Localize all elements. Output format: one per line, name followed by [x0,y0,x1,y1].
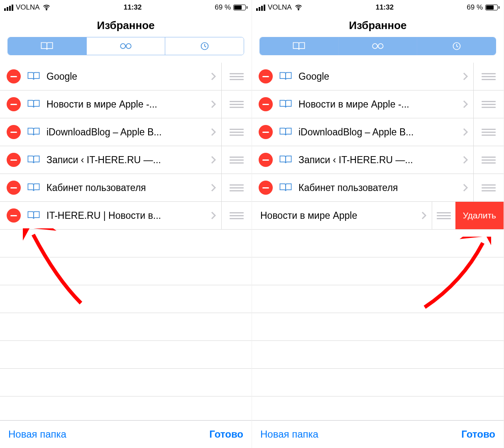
empty-row [0,341,252,369]
delete-minus-button[interactable] [7,69,21,83]
tab-history[interactable] [165,37,244,55]
bottom-toolbar: Новая папка Готово [252,420,504,448]
tab-reading-list[interactable] [338,37,417,55]
delete-minus-button[interactable] [7,153,21,167]
list-item-label: Новости в мире Apple [260,210,418,221]
list-item[interactable]: iDownloadBlog – Apple B... [252,118,504,146]
list-item[interactable]: Google [0,63,252,91]
page-header: Избранное [252,15,504,37]
svg-point-5 [372,44,377,49]
delete-minus-button[interactable] [259,153,273,167]
bookmark-icon [27,181,41,194]
list-item-label: Записи ‹ IT-HERE.RU —... [298,154,459,166]
delete-action-button[interactable]: Удалить [455,202,504,229]
wifi-icon [42,3,51,12]
empty-row [0,369,252,397]
status-bar: VOLNA 11:32 69 % [0,0,252,15]
bookmark-icon [27,70,41,83]
chevron-right-icon [418,211,430,220]
delete-minus-button[interactable] [7,208,21,223]
done-button[interactable]: Готово [461,428,495,440]
bookmark-list: Google Новости в мире Apple -... iDownlo… [252,63,504,420]
svg-point-0 [46,9,47,10]
tab-history[interactable] [417,37,496,55]
page-title: Избранное [252,19,504,32]
empty-row [0,230,252,257]
screen-left: VOLNA 11:32 69 % Избранное [0,0,252,448]
drag-handle[interactable] [432,212,455,219]
list-item[interactable]: Google [252,63,504,91]
drag-handle[interactable] [474,129,504,136]
delete-minus-button[interactable] [7,181,21,195]
chevron-right-icon [207,72,220,81]
list-item-label: Кабинет пользователя [46,182,207,193]
chevron-right-icon [459,72,472,81]
chevron-right-icon [459,183,472,192]
chevron-right-icon [459,127,472,137]
list-item[interactable]: Записи ‹ IT-HERE.RU —... [252,146,504,174]
segmented-tabs [7,37,244,55]
drag-handle[interactable] [474,157,504,164]
list-item[interactable]: Кабинет пользователя [252,174,504,202]
page-title: Избранное [0,19,252,32]
drag-handle[interactable] [474,101,504,108]
delete-minus-button[interactable] [7,125,21,139]
chevron-right-icon [207,100,220,109]
empty-row [252,257,504,285]
drag-handle[interactable] [222,73,252,80]
list-item-label: Кабинет пользователя [298,182,459,193]
empty-row [252,230,504,257]
drag-handle[interactable] [474,73,504,80]
list-item[interactable]: Кабинет пользователя [0,174,252,202]
chevron-right-icon [207,211,220,220]
list-item[interactable]: IT-HERE.RU | Новости в... [0,202,252,230]
delete-minus-button[interactable] [259,125,273,139]
clock: 11:32 [376,3,394,12]
bookmark-icon [279,98,293,110]
wifi-icon [294,3,303,12]
status-bar: VOLNA 11:32 69 % [252,0,504,15]
tab-reading-list[interactable] [86,37,165,55]
list-item-swiped[interactable]: Новости в мире Apple Удалить [252,202,504,230]
list-item-label: Записи ‹ IT-HERE.RU —... [46,154,207,166]
delete-minus-button[interactable] [259,97,273,111]
carrier-label: VOLNA [268,3,292,12]
list-item-label: Новости в мире Apple -... [46,99,207,110]
battery-pct: 69 % [467,3,483,12]
empty-row [252,369,504,397]
chevron-right-icon [207,127,220,137]
delete-minus-button[interactable] [7,97,21,111]
list-item-label: Новости в мире Apple -... [298,99,459,110]
list-item-label: Google [298,71,459,82]
drag-handle[interactable] [222,184,252,191]
drag-handle[interactable] [222,129,252,136]
list-item[interactable]: Новости в мире Apple -... [252,91,504,118]
list-item-label: Google [46,71,207,82]
delete-minus-button[interactable] [259,181,273,195]
list-item[interactable]: Записи ‹ IT-HERE.RU —... [0,146,252,174]
new-folder-button[interactable]: Новая папка [260,428,318,440]
signal-icon [4,5,13,11]
delete-minus-button[interactable] [259,69,273,83]
list-item[interactable]: Новости в мире Apple -... [0,91,252,118]
bookmark-icon [279,154,293,166]
svg-point-4 [298,9,299,10]
done-button[interactable]: Готово [209,428,243,440]
bookmark-icon [27,126,41,138]
tab-bookmarks[interactable] [260,37,338,55]
empty-row [0,313,252,341]
empty-row [0,285,252,313]
bottom-toolbar: Новая папка Готово [0,420,252,448]
list-item-label: iDownloadBlog – Apple B... [46,127,207,138]
new-folder-button[interactable]: Новая папка [8,428,66,440]
drag-handle[interactable] [222,101,252,108]
tab-bookmarks[interactable] [8,37,86,55]
drag-handle[interactable] [222,212,252,219]
list-item[interactable]: iDownloadBlog – Apple B... [0,118,252,146]
bookmark-icon [279,181,293,194]
chevron-right-icon [207,155,220,164]
drag-handle[interactable] [474,184,504,191]
svg-point-1 [120,44,125,49]
bookmark-icon [27,154,41,166]
drag-handle[interactable] [222,157,252,164]
